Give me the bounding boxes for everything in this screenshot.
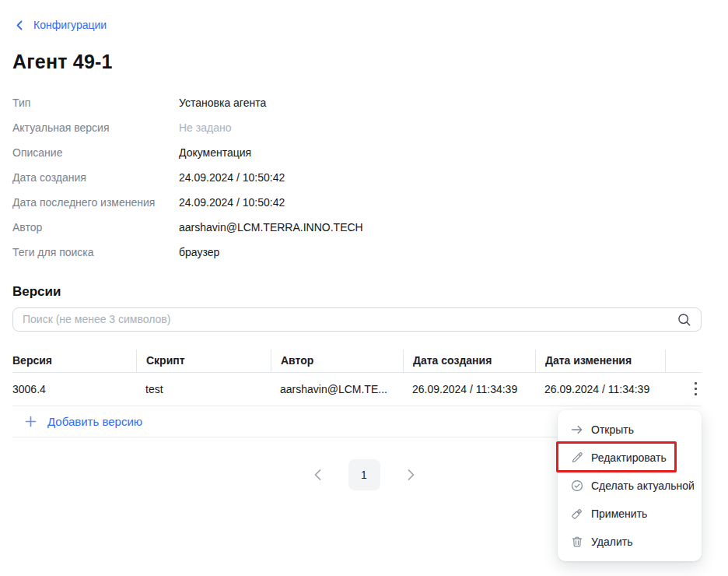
detail-label: Дата создания bbox=[12, 171, 179, 184]
page-title: Агент 49-1 bbox=[12, 50, 716, 73]
detail-label: Тип bbox=[12, 97, 179, 109]
detail-value: Документация bbox=[179, 146, 251, 159]
row-actions-kebab-button[interactable] bbox=[691, 379, 700, 399]
detail-value: Установка агента bbox=[179, 97, 266, 109]
cell-modified: 26.09.2024 / 11:34:39 bbox=[535, 373, 665, 406]
menu-item-label: Редактировать bbox=[591, 451, 667, 464]
detail-row-modified: Дата последнего изменения 24.09.2024 / 1… bbox=[12, 190, 716, 215]
pencil-icon bbox=[570, 451, 584, 465]
column-header-version: Версия bbox=[12, 349, 136, 372]
versions-heading: Версии bbox=[12, 284, 716, 299]
detail-label: Дата последнего изменения bbox=[12, 196, 179, 209]
pagination-prev-button[interactable] bbox=[310, 465, 325, 484]
pagination-next-button[interactable] bbox=[404, 465, 418, 484]
search-icon[interactable] bbox=[677, 312, 691, 327]
detail-value: браузер bbox=[179, 246, 219, 258]
detail-row-type: Тип Установка агента bbox=[12, 90, 716, 115]
detail-label: Описание bbox=[12, 146, 179, 159]
row-context-menu: Открыть Редактировать Сделать актуальной… bbox=[558, 410, 702, 561]
menu-item-delete[interactable]: Удалить bbox=[558, 528, 702, 556]
column-header-modified: Дата изменения bbox=[535, 349, 665, 372]
detail-value: 24.09.2024 / 10:50:42 bbox=[179, 196, 285, 209]
menu-item-label: Удалить bbox=[591, 536, 632, 548]
detail-label: Актуальная версия bbox=[12, 121, 179, 134]
column-header-script: Скрипт bbox=[136, 349, 271, 372]
detail-label: Теги для поиска bbox=[12, 246, 179, 258]
versions-search bbox=[12, 307, 702, 332]
table-row: 3006.4 test aarshavin@LCM.TE... 26.09.20… bbox=[12, 373, 702, 406]
detail-label: Автор bbox=[12, 221, 179, 234]
column-header-actions bbox=[665, 349, 702, 372]
column-header-created: Дата создания bbox=[403, 349, 535, 372]
check-circle-icon bbox=[570, 479, 584, 493]
detail-value: 24.09.2024 / 10:50:42 bbox=[179, 171, 285, 184]
cell-created: 26.09.2024 / 11:34:39 bbox=[403, 373, 535, 406]
cell-author: aarshavin@LCM.TE... bbox=[271, 373, 403, 406]
trash-icon bbox=[570, 535, 584, 549]
detail-row-tags: Теги для поиска браузер bbox=[12, 240, 716, 265]
add-version-label: Добавить версию bbox=[47, 415, 142, 428]
plus-icon bbox=[23, 416, 37, 427]
detail-value: Не задано bbox=[179, 121, 231, 134]
usb-drive-icon bbox=[570, 507, 584, 521]
details-section: Тип Установка агента Актуальная версия Н… bbox=[12, 90, 716, 265]
search-input[interactable] bbox=[23, 313, 677, 325]
detail-value: aarshavin@LCM.TERRA.INNO.TECH bbox=[179, 221, 363, 234]
menu-item-label: Сделать актуальной bbox=[591, 479, 695, 492]
breadcrumb-label: Конфигурации bbox=[33, 19, 107, 31]
detail-row-description: Описание Документация bbox=[12, 140, 716, 165]
menu-item-apply[interactable]: Применить bbox=[558, 500, 702, 528]
pagination-current-page[interactable]: 1 bbox=[348, 459, 380, 490]
cell-version: 3006.4 bbox=[12, 373, 136, 406]
detail-row-author: Автор aarshavin@LCM.TERRA.INNO.TECH bbox=[12, 215, 716, 240]
cell-actions bbox=[665, 373, 702, 406]
chevron-right-icon bbox=[407, 469, 415, 481]
add-version-button[interactable]: Добавить версию bbox=[12, 415, 142, 428]
menu-item-open[interactable]: Открыть bbox=[558, 416, 702, 444]
menu-item-label: Открыть bbox=[591, 423, 634, 436]
cell-script: test bbox=[136, 373, 271, 406]
detail-row-created: Дата создания 24.09.2024 / 10:50:42 bbox=[12, 165, 716, 190]
chevron-left-icon bbox=[12, 20, 26, 30]
detail-row-actual-version: Актуальная версия Не задано bbox=[12, 115, 716, 140]
menu-item-label: Применить bbox=[591, 508, 647, 520]
arrow-right-icon bbox=[570, 423, 584, 437]
column-header-author: Автор bbox=[271, 349, 403, 372]
table-header-row: Версия Скрипт Автор Дата создания Дата и… bbox=[12, 349, 702, 373]
breadcrumb-back-link[interactable]: Конфигурации bbox=[12, 19, 107, 31]
menu-item-edit[interactable]: Редактировать bbox=[558, 444, 702, 472]
menu-item-make-actual[interactable]: Сделать актуальной bbox=[558, 472, 702, 500]
chevron-left-icon bbox=[313, 469, 322, 481]
